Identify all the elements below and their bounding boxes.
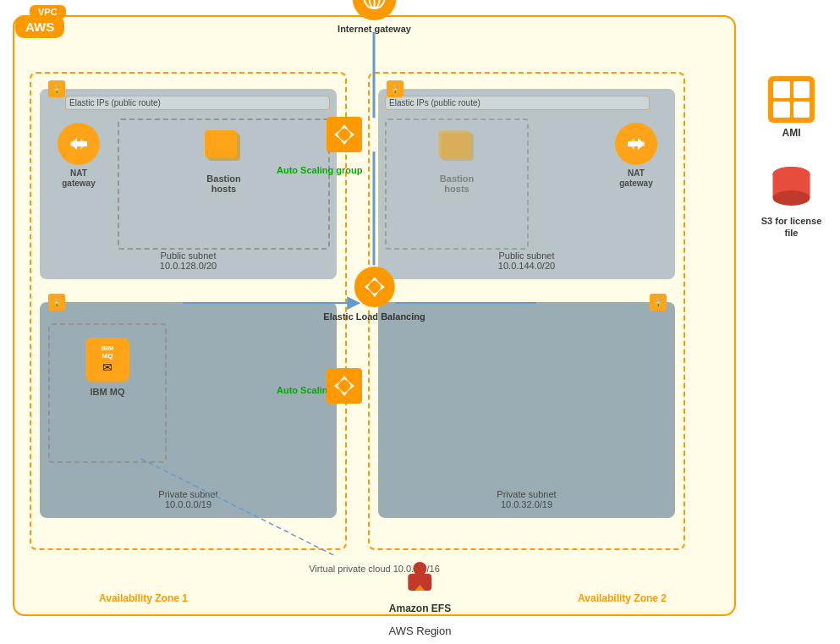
elb-label: Elastic Load Balancing: [323, 311, 425, 322]
bastion-box-1: Bastionhosts: [118, 118, 330, 250]
elb-icon: [354, 267, 394, 307]
vpc-container: VPC Internet gateway Virtual private clo…: [13, 15, 736, 616]
svg-marker-17: [369, 290, 379, 297]
ami-icon: [768, 76, 815, 123]
lock-icon-3: 🔒: [48, 294, 65, 311]
nat-gateway-2-label: NATgateway: [607, 168, 665, 189]
svg-point-2: [773, 190, 810, 206]
nat-gateway-2: NATgateway: [607, 123, 665, 189]
internet-gateway-icon: [353, 0, 397, 20]
nat-gateway-1-label: NATgateway: [50, 168, 107, 189]
svg-marker-18: [364, 282, 371, 292]
svg-point-31: [414, 562, 427, 575]
ibm-mq-icon: IBMMQ ✉: [85, 338, 129, 382]
nat-gateway-1: NATgateway: [50, 123, 107, 189]
svg-marker-22: [334, 381, 341, 391]
elastic-ips-banner-2: Elastic IPs (public route): [385, 96, 650, 110]
s3-item: S3 for license file: [755, 164, 827, 239]
private-subnet-2: 🔒 Private subnet 10.0.32.0/19: [378, 302, 675, 518]
ami-item: AMI: [755, 76, 827, 139]
aws-region-label: AWS Region: [0, 625, 840, 637]
az1-label: Availability Zone 1: [99, 592, 188, 604]
s3-icon: [768, 164, 815, 211]
svg-marker-16: [369, 277, 379, 283]
amazon-efs-container: Amazon EFS: [389, 555, 451, 614]
bastion-icon-2: Bastionhosts: [387, 120, 527, 194]
zone1-container: 🔒 Elastic IPs (public route) NATgateway: [30, 72, 347, 550]
az2-label: Availability Zone 2: [578, 592, 667, 604]
auto-scaling-icon-1: [327, 117, 362, 152]
public-subnet-1-label: Public subnet 10.0.128.0/20: [40, 250, 337, 271]
aws-badge: AWS: [15, 15, 64, 38]
auto-scaling-icon-2: [327, 368, 362, 404]
nat-gateway-2-icon: [615, 123, 657, 165]
vpc-main-label: Virtual private cloud 10.0.0.0/16: [14, 564, 734, 574]
bastion-icon-1: Bastionhosts: [119, 120, 328, 194]
private-subnet-2-label: Private subnet 10.0.32.0/19: [378, 489, 675, 509]
svg-marker-14: [334, 129, 341, 140]
ibm-mq-label: IBM MQ: [50, 387, 165, 397]
nat-gateway-1-icon: [58, 123, 100, 165]
elb-container: Elastic Load Balancing: [323, 267, 425, 322]
svg-marker-11: [628, 138, 645, 150]
auto-scaling-label-1: Auto Scaling group: [277, 165, 362, 175]
svg-point-3: [773, 167, 810, 182]
private-subnet-1-label: Private subnet 10.0.0.0/19: [40, 489, 337, 509]
page-wrapper: AWS AWS Region AMI: [0, 0, 840, 644]
svg-marker-13: [339, 138, 349, 145]
svg-marker-19: [377, 282, 384, 292]
svg-marker-20: [339, 376, 349, 383]
svg-marker-12: [339, 124, 349, 131]
bastion-hosts-1-label: Bastionhosts: [119, 173, 328, 194]
private-subnet-1: 🔒 IBMMQ ✉ IBM MQ Private subnet 10.0.0.0…: [40, 302, 337, 518]
s3-label: S3 for license file: [755, 215, 827, 239]
ibm-mq-box: IBMMQ ✉ IBM MQ: [48, 323, 167, 463]
svg-marker-21: [339, 389, 349, 396]
svg-marker-23: [348, 381, 354, 391]
right-panel: AMI S3 for license file: [755, 76, 827, 239]
lock-icon-1: 🔒: [48, 80, 65, 97]
amazon-efs-icon: [398, 555, 442, 599]
elastic-ips-banner-1: Elastic IPs (public route): [65, 96, 330, 110]
svg-marker-9: [70, 138, 87, 150]
bastion-box-2: Bastionhosts: [385, 118, 529, 250]
bastion-hosts-2-label: Bastionhosts: [387, 173, 527, 194]
internet-gateway-label: Internet gateway: [338, 24, 411, 34]
svg-marker-15: [348, 129, 354, 140]
ami-label: AMI: [755, 127, 827, 139]
lock-icon-2: 🔒: [387, 80, 404, 97]
public-subnet-1: 🔒 Elastic IPs (public route) NATgateway: [40, 89, 337, 279]
internet-gateway: Internet gateway: [338, 0, 411, 34]
public-subnet-2: 🔒 Elastic IPs (public route) Bastionhost…: [378, 89, 675, 279]
lock-icon-4: 🔒: [650, 294, 667, 311]
amazon-efs-label: Amazon EFS: [389, 603, 451, 614]
